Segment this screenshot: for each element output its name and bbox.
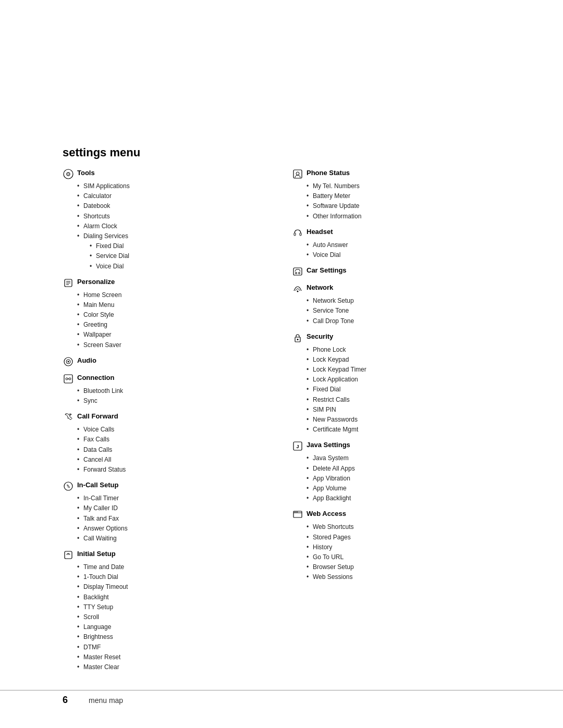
list-item: Sync — [77, 396, 271, 406]
list-item: Web Shortcuts — [307, 522, 500, 532]
web-access-icon — [292, 509, 303, 521]
section-headset-header: Headset — [292, 228, 500, 239]
section-in-call-setup: In-Call Setup In-Call Timer My Caller ID… — [63, 481, 271, 544]
connection-icon — [63, 373, 74, 385]
car-settings-icon — [292, 266, 303, 277]
left-column: ⚙ Tools SIM Applications Calculator Date… — [63, 169, 271, 678]
list-item: Lock Keypad Timer — [307, 365, 500, 375]
list-item: DTMF — [77, 643, 271, 652]
section-phone-status: Phone Status My Tel. Numbers Battery Met… — [292, 169, 500, 221]
section-network-header: Network — [292, 283, 500, 294]
list-item: Java System — [307, 453, 500, 463]
call-forward-icon — [63, 412, 74, 423]
list-item: Voice Dial — [90, 262, 271, 272]
phone-status-items: My Tel. Numbers Battery Meter Software U… — [307, 181, 500, 221]
security-icon — [292, 332, 303, 343]
phone-status-icon — [292, 168, 303, 180]
section-headset: Headset Auto Answer Voice Dial — [292, 228, 500, 260]
list-item: Screen Saver — [77, 340, 271, 350]
car-settings-title: Car Settings — [307, 266, 347, 274]
personalize-icon — [63, 277, 74, 289]
svg-point-24 — [297, 291, 299, 292]
section-connection: Connection Bluetooth Link Sync — [63, 374, 271, 406]
list-item: Data Calls — [77, 445, 271, 455]
list-item: Go To URL — [307, 552, 500, 562]
tools-title: Tools — [77, 169, 95, 177]
svg-point-26 — [297, 339, 299, 340]
svg-rect-20 — [300, 233, 301, 236]
list-item: Service Tone — [307, 306, 500, 316]
list-item: App Vibration — [307, 474, 500, 484]
section-connection-header: Connection — [63, 374, 271, 385]
section-java-settings: J Java Settings Java System Delete All A… — [292, 441, 500, 503]
phone-status-title: Phone Status — [307, 169, 350, 177]
page-title: settings menu — [63, 146, 500, 159]
svg-text:J: J — [296, 444, 299, 449]
list-item: Brightness — [77, 632, 271, 642]
headset-title: Headset — [307, 228, 333, 236]
list-item: History — [307, 542, 500, 552]
security-items: Phone Lock Lock Keypad Lock Keypad Timer… — [307, 345, 500, 435]
list-item: Main Menu — [77, 300, 271, 310]
in-call-setup-title: In-Call Setup — [77, 481, 118, 489]
web-access-title: Web Access — [307, 510, 346, 517]
audio-title: Audio — [77, 356, 96, 364]
in-call-setup-icon — [63, 480, 74, 492]
audio-icon — [63, 356, 74, 367]
list-item: Lock Application — [307, 375, 500, 385]
call-forward-items: Voice Calls Fax Calls Data Calls Cancel … — [77, 425, 271, 475]
section-call-forward-header: Call Forward — [63, 412, 271, 423]
page-number: 6 — [63, 695, 78, 706]
svg-point-8 — [68, 361, 69, 362]
list-item: Battery Meter — [307, 191, 500, 201]
security-title: Security — [307, 332, 333, 340]
connection-title: Connection — [77, 374, 115, 381]
list-item: TTY Setup — [77, 602, 271, 612]
list-item: Wallpaper — [77, 330, 271, 340]
network-icon — [292, 283, 303, 294]
svg-point-18 — [296, 172, 299, 175]
network-items: Network Setup Service Tone Call Drop Ton… — [307, 296, 500, 326]
list-item: Restrict Calls — [307, 395, 500, 405]
list-item: In-Call Timer — [77, 493, 271, 503]
section-initial-setup: Initial Setup Time and Date 1-Touch Dial… — [63, 550, 271, 672]
list-item: Service Dial — [90, 251, 271, 261]
svg-point-22 — [296, 273, 297, 274]
list-item: SIM Applications — [77, 181, 271, 191]
list-item: Lock Keypad — [307, 355, 500, 365]
call-forward-title: Call Forward — [77, 412, 118, 420]
connection-items: Bluetooth Link Sync — [77, 386, 271, 406]
svg-point-32 — [296, 512, 297, 513]
section-audio: Audio — [63, 356, 271, 367]
list-item: Call Waiting — [77, 534, 271, 544]
list-item: Fixed Dial — [307, 385, 500, 394]
section-web-access-header: Web Access — [292, 510, 500, 521]
list-item: Phone Lock — [307, 345, 500, 355]
list-item: Answer Options — [77, 524, 271, 534]
list-item: Voice Dial — [307, 250, 500, 260]
list-item: Home Screen — [77, 290, 271, 300]
list-item: 1-Touch Dial — [77, 572, 271, 582]
list-item: Backlight — [77, 593, 271, 602]
section-security: Security Phone Lock Lock Keypad Lock Key… — [292, 332, 500, 435]
section-initial-setup-header: Initial Setup — [63, 550, 271, 561]
section-personalize: Personalize Home Screen Main Menu Color … — [63, 278, 271, 350]
svg-point-33 — [297, 512, 298, 513]
bottom-label: menu map — [89, 696, 123, 705]
section-phone-status-header: Phone Status — [292, 169, 500, 180]
list-item: Dialing Services Fixed Dial Service Dial… — [77, 231, 271, 272]
list-item: Auto Answer — [307, 240, 500, 250]
list-item: Fixed Dial — [90, 241, 271, 251]
list-item: Network Setup — [307, 296, 500, 306]
svg-point-31 — [295, 512, 296, 513]
menu-grid: ⚙ Tools SIM Applications Calculator Date… — [63, 169, 500, 678]
list-item: Master Clear — [77, 662, 271, 672]
list-item: Voice Calls — [77, 425, 271, 435]
list-item: App Backlight — [307, 493, 500, 503]
section-car-settings-header: Car Settings — [292, 266, 500, 277]
web-access-items: Web Shortcuts Stored Pages History Go To… — [307, 522, 500, 582]
personalize-items: Home Screen Main Menu Color Style Greeti… — [77, 290, 271, 350]
svg-point-23 — [299, 273, 300, 274]
list-item: Certificate Mgmt — [307, 425, 500, 435]
list-item: Color Style — [77, 310, 271, 320]
